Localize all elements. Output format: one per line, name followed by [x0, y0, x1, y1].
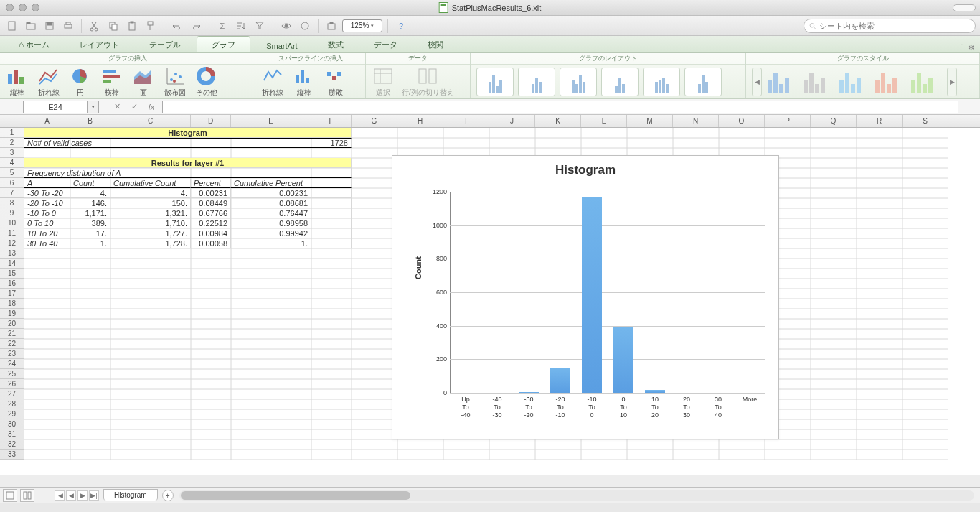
column-header-G[interactable]: G	[352, 115, 397, 127]
cell[interactable]: Results for layer #1	[24, 158, 352, 168]
column-header-P[interactable]: P	[765, 115, 811, 127]
redo-icon[interactable]	[188, 18, 204, 34]
cell[interactable]: 0.08449	[191, 198, 231, 208]
normal-view-button[interactable]	[3, 489, 17, 502]
column-header-E[interactable]: E	[231, 115, 311, 127]
tab-layout[interactable]: レイアウト	[65, 37, 133, 52]
accept-formula-icon[interactable]: ✓	[128, 101, 141, 113]
cut-icon[interactable]	[87, 18, 103, 34]
chart-layout-thumb-6[interactable]	[684, 68, 722, 96]
chart-style-thumb-2[interactable]	[804, 71, 834, 93]
row-header-1[interactable]: 1	[0, 128, 24, 138]
row-header-25[interactable]: 25	[0, 369, 24, 379]
cell[interactable]: Cumulative Count	[110, 178, 191, 188]
cell[interactable]: -10 To 0	[24, 208, 70, 218]
column-header-J[interactable]: J	[489, 115, 535, 127]
chart-column-button[interactable]: 縦棒	[4, 66, 30, 98]
help-icon[interactable]: ?	[393, 18, 409, 34]
row-header-27[interactable]: 27	[0, 389, 24, 399]
switch-rowcol-button[interactable]: 行/列の切り替え	[402, 66, 454, 98]
column-header-K[interactable]: K	[535, 115, 581, 127]
row-header-17[interactable]: 17	[0, 289, 24, 299]
cell[interactable]: 0 To 10	[24, 218, 70, 228]
column-header-M[interactable]: M	[627, 115, 673, 127]
row-header-29[interactable]: 29	[0, 409, 24, 419]
column-header-F[interactable]: F	[311, 115, 352, 127]
cell[interactable]: 0.98958	[231, 218, 311, 228]
paste-icon[interactable]	[124, 18, 140, 34]
cell[interactable]: 1728	[311, 138, 352, 148]
print-icon[interactable]	[60, 18, 76, 34]
cell[interactable]: 0.22512	[191, 218, 231, 228]
name-box-dropdown[interactable]: ▾	[88, 101, 99, 113]
cell[interactable]: 1.	[231, 238, 311, 248]
tab-smartart[interactable]: SmartArt	[252, 39, 311, 52]
cell[interactable]: Frequency distribution of A	[24, 168, 352, 178]
cell[interactable]	[311, 228, 352, 238]
chart-layout-thumb-4[interactable]	[601, 68, 639, 96]
cell[interactable]: 1,710.	[110, 218, 191, 228]
copy-icon[interactable]	[105, 18, 121, 34]
row-header-16[interactable]: 16	[0, 279, 24, 289]
row-header-20[interactable]: 20	[0, 319, 24, 329]
column-header-O[interactable]: O	[719, 115, 765, 127]
cell[interactable]: 1,171.	[70, 208, 110, 218]
show-icon[interactable]	[278, 18, 294, 34]
cell[interactable]: 1.	[70, 238, 110, 248]
cell[interactable]: Cumulative Percent	[231, 178, 311, 188]
save-icon[interactable]	[42, 18, 57, 34]
cancel-formula-icon[interactable]: ✕	[110, 101, 123, 113]
column-header-D[interactable]: D	[191, 115, 231, 127]
row-header-13[interactable]: 13	[0, 248, 24, 259]
pagelayout-view-button[interactable]	[20, 489, 34, 502]
cell[interactable]: 10 To 20	[24, 228, 70, 238]
row-header-14[interactable]: 14	[0, 259, 24, 269]
row-header-7[interactable]: 7	[0, 188, 24, 198]
new-doc-icon[interactable]	[4, 18, 20, 34]
row-header-2[interactable]: 2	[0, 138, 24, 148]
cell[interactable]: -20 To -10	[24, 198, 70, 208]
undo-icon[interactable]	[169, 18, 185, 34]
select-data-button[interactable]: 選択	[370, 66, 396, 98]
row-header-18[interactable]: 18	[0, 299, 24, 309]
tab-review[interactable]: 校閲	[413, 37, 458, 52]
cell[interactable]: Percent	[191, 178, 231, 188]
cell[interactable]	[311, 198, 352, 208]
chart-area-button[interactable]: 面	[131, 66, 156, 98]
sheet-nav-first[interactable]: |◀	[55, 490, 65, 501]
cell[interactable]: 0.99942	[231, 228, 311, 238]
zoom-selector[interactable]: 125%▾	[342, 19, 382, 32]
cell[interactable]: 0.76447	[231, 208, 311, 218]
collapse-ribbon-icon[interactable]: ˇ	[961, 43, 963, 52]
cell[interactable]: 17.	[70, 228, 110, 238]
search-box[interactable]	[804, 19, 976, 33]
cell[interactable]: 389.	[70, 218, 110, 228]
row-header-24[interactable]: 24	[0, 359, 24, 369]
row-header-15[interactable]: 15	[0, 269, 24, 279]
tab-charts[interactable]: グラフ	[197, 36, 250, 52]
row-header-28[interactable]: 28	[0, 399, 24, 409]
chart-line-button[interactable]: 折れ線	[36, 66, 62, 98]
tab-data[interactable]: データ	[359, 37, 412, 52]
name-box[interactable]: E24	[23, 101, 88, 113]
row-header-22[interactable]: 22	[0, 339, 24, 349]
cell[interactable]: 30 To 40	[24, 238, 70, 248]
chart-layout-thumb-1[interactable]	[476, 68, 514, 96]
cell[interactable]: 0.00058	[191, 238, 231, 248]
toolbox-icon[interactable]	[324, 18, 339, 34]
search-input[interactable]	[819, 22, 971, 30]
column-header-S[interactable]: S	[903, 115, 948, 127]
sparkline-column-button[interactable]: 縦棒	[291, 66, 317, 98]
chart-layout-thumb-3[interactable]	[560, 68, 597, 96]
cell[interactable]: 146.	[70, 198, 110, 208]
row-header-26[interactable]: 26	[0, 379, 24, 389]
column-header-R[interactable]: R	[857, 115, 903, 127]
cell[interactable]	[311, 178, 352, 188]
chart-layout-thumb-5[interactable]	[643, 68, 680, 96]
cell[interactable]: 0.08681	[231, 198, 311, 208]
row-header-32[interactable]: 32	[0, 439, 24, 450]
sheet-nav-next[interactable]: ▶	[77, 490, 88, 501]
cell[interactable]: 4.	[70, 188, 110, 198]
row-header-12[interactable]: 12	[0, 238, 24, 248]
row-header-9[interactable]: 9	[0, 208, 24, 218]
